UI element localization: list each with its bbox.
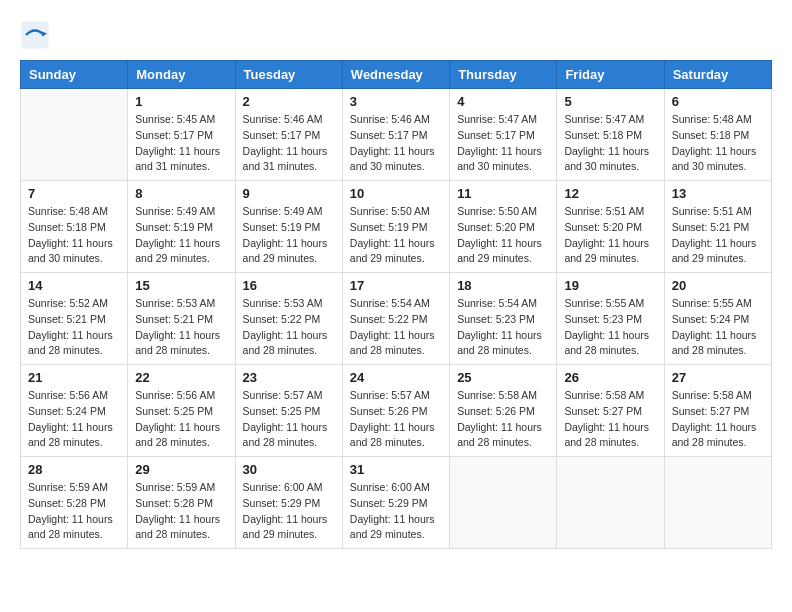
day-info: Sunrise: 5:46 AM Sunset: 5:17 PM Dayligh…: [350, 112, 442, 175]
calendar-cell: 12Sunrise: 5:51 AM Sunset: 5:20 PM Dayli…: [557, 181, 664, 273]
calendar-cell: 27Sunrise: 5:58 AM Sunset: 5:27 PM Dayli…: [664, 365, 771, 457]
calendar-cell: [21, 89, 128, 181]
day-info: Sunrise: 5:51 AM Sunset: 5:21 PM Dayligh…: [672, 204, 764, 267]
calendar-cell: [450, 457, 557, 549]
day-info: Sunrise: 5:49 AM Sunset: 5:19 PM Dayligh…: [243, 204, 335, 267]
col-header-wednesday: Wednesday: [342, 61, 449, 89]
day-number: 26: [564, 370, 656, 385]
col-header-saturday: Saturday: [664, 61, 771, 89]
day-info: Sunrise: 5:55 AM Sunset: 5:23 PM Dayligh…: [564, 296, 656, 359]
col-header-monday: Monday: [128, 61, 235, 89]
day-number: 2: [243, 94, 335, 109]
day-number: 3: [350, 94, 442, 109]
day-number: 12: [564, 186, 656, 201]
day-info: Sunrise: 5:48 AM Sunset: 5:18 PM Dayligh…: [672, 112, 764, 175]
day-info: Sunrise: 5:53 AM Sunset: 5:21 PM Dayligh…: [135, 296, 227, 359]
day-info: Sunrise: 5:53 AM Sunset: 5:22 PM Dayligh…: [243, 296, 335, 359]
week-row-5: 28Sunrise: 5:59 AM Sunset: 5:28 PM Dayli…: [21, 457, 772, 549]
col-header-friday: Friday: [557, 61, 664, 89]
day-info: Sunrise: 6:00 AM Sunset: 5:29 PM Dayligh…: [243, 480, 335, 543]
day-info: Sunrise: 5:54 AM Sunset: 5:22 PM Dayligh…: [350, 296, 442, 359]
day-number: 20: [672, 278, 764, 293]
week-row-2: 7Sunrise: 5:48 AM Sunset: 5:18 PM Daylig…: [21, 181, 772, 273]
day-number: 11: [457, 186, 549, 201]
calendar-cell: 31Sunrise: 6:00 AM Sunset: 5:29 PM Dayli…: [342, 457, 449, 549]
calendar-cell: 8Sunrise: 5:49 AM Sunset: 5:19 PM Daylig…: [128, 181, 235, 273]
calendar-cell: 26Sunrise: 5:58 AM Sunset: 5:27 PM Dayli…: [557, 365, 664, 457]
calendar-cell: 22Sunrise: 5:56 AM Sunset: 5:25 PM Dayli…: [128, 365, 235, 457]
day-number: 24: [350, 370, 442, 385]
col-header-sunday: Sunday: [21, 61, 128, 89]
day-number: 29: [135, 462, 227, 477]
day-number: 21: [28, 370, 120, 385]
page-header: [20, 20, 772, 50]
calendar-cell: 6Sunrise: 5:48 AM Sunset: 5:18 PM Daylig…: [664, 89, 771, 181]
day-info: Sunrise: 5:59 AM Sunset: 5:28 PM Dayligh…: [28, 480, 120, 543]
calendar-cell: 17Sunrise: 5:54 AM Sunset: 5:22 PM Dayli…: [342, 273, 449, 365]
day-number: 31: [350, 462, 442, 477]
calendar-cell: 24Sunrise: 5:57 AM Sunset: 5:26 PM Dayli…: [342, 365, 449, 457]
day-number: 27: [672, 370, 764, 385]
calendar-cell: 13Sunrise: 5:51 AM Sunset: 5:21 PM Dayli…: [664, 181, 771, 273]
day-number: 22: [135, 370, 227, 385]
logo-icon: [20, 20, 50, 50]
day-number: 30: [243, 462, 335, 477]
calendar-cell: 15Sunrise: 5:53 AM Sunset: 5:21 PM Dayli…: [128, 273, 235, 365]
calendar-cell: 28Sunrise: 5:59 AM Sunset: 5:28 PM Dayli…: [21, 457, 128, 549]
day-info: Sunrise: 5:56 AM Sunset: 5:24 PM Dayligh…: [28, 388, 120, 451]
day-info: Sunrise: 6:00 AM Sunset: 5:29 PM Dayligh…: [350, 480, 442, 543]
calendar-cell: 11Sunrise: 5:50 AM Sunset: 5:20 PM Dayli…: [450, 181, 557, 273]
day-number: 7: [28, 186, 120, 201]
day-number: 19: [564, 278, 656, 293]
day-number: 5: [564, 94, 656, 109]
day-number: 1: [135, 94, 227, 109]
header-row: SundayMondayTuesdayWednesdayThursdayFrid…: [21, 61, 772, 89]
calendar-cell: 7Sunrise: 5:48 AM Sunset: 5:18 PM Daylig…: [21, 181, 128, 273]
week-row-1: 1Sunrise: 5:45 AM Sunset: 5:17 PM Daylig…: [21, 89, 772, 181]
day-number: 6: [672, 94, 764, 109]
day-info: Sunrise: 5:49 AM Sunset: 5:19 PM Dayligh…: [135, 204, 227, 267]
calendar-table: SundayMondayTuesdayWednesdayThursdayFrid…: [20, 60, 772, 549]
col-header-tuesday: Tuesday: [235, 61, 342, 89]
day-number: 25: [457, 370, 549, 385]
day-number: 23: [243, 370, 335, 385]
day-number: 13: [672, 186, 764, 201]
day-info: Sunrise: 5:45 AM Sunset: 5:17 PM Dayligh…: [135, 112, 227, 175]
day-info: Sunrise: 5:46 AM Sunset: 5:17 PM Dayligh…: [243, 112, 335, 175]
day-info: Sunrise: 5:56 AM Sunset: 5:25 PM Dayligh…: [135, 388, 227, 451]
calendar-cell: 20Sunrise: 5:55 AM Sunset: 5:24 PM Dayli…: [664, 273, 771, 365]
calendar-cell: 25Sunrise: 5:58 AM Sunset: 5:26 PM Dayli…: [450, 365, 557, 457]
day-info: Sunrise: 5:48 AM Sunset: 5:18 PM Dayligh…: [28, 204, 120, 267]
day-number: 4: [457, 94, 549, 109]
day-info: Sunrise: 5:57 AM Sunset: 5:26 PM Dayligh…: [350, 388, 442, 451]
calendar-cell: [664, 457, 771, 549]
calendar-cell: 18Sunrise: 5:54 AM Sunset: 5:23 PM Dayli…: [450, 273, 557, 365]
day-info: Sunrise: 5:54 AM Sunset: 5:23 PM Dayligh…: [457, 296, 549, 359]
logo: [20, 20, 56, 50]
day-number: 18: [457, 278, 549, 293]
day-info: Sunrise: 5:58 AM Sunset: 5:27 PM Dayligh…: [564, 388, 656, 451]
calendar-cell: 3Sunrise: 5:46 AM Sunset: 5:17 PM Daylig…: [342, 89, 449, 181]
calendar-cell: 19Sunrise: 5:55 AM Sunset: 5:23 PM Dayli…: [557, 273, 664, 365]
day-info: Sunrise: 5:59 AM Sunset: 5:28 PM Dayligh…: [135, 480, 227, 543]
calendar-cell: 23Sunrise: 5:57 AM Sunset: 5:25 PM Dayli…: [235, 365, 342, 457]
day-number: 17: [350, 278, 442, 293]
calendar-cell: 1Sunrise: 5:45 AM Sunset: 5:17 PM Daylig…: [128, 89, 235, 181]
day-info: Sunrise: 5:58 AM Sunset: 5:26 PM Dayligh…: [457, 388, 549, 451]
day-info: Sunrise: 5:47 AM Sunset: 5:18 PM Dayligh…: [564, 112, 656, 175]
day-number: 15: [135, 278, 227, 293]
day-info: Sunrise: 5:50 AM Sunset: 5:19 PM Dayligh…: [350, 204, 442, 267]
calendar-cell: 21Sunrise: 5:56 AM Sunset: 5:24 PM Dayli…: [21, 365, 128, 457]
calendar-cell: 14Sunrise: 5:52 AM Sunset: 5:21 PM Dayli…: [21, 273, 128, 365]
day-info: Sunrise: 5:50 AM Sunset: 5:20 PM Dayligh…: [457, 204, 549, 267]
calendar-cell: 30Sunrise: 6:00 AM Sunset: 5:29 PM Dayli…: [235, 457, 342, 549]
day-info: Sunrise: 5:55 AM Sunset: 5:24 PM Dayligh…: [672, 296, 764, 359]
calendar-cell: 4Sunrise: 5:47 AM Sunset: 5:17 PM Daylig…: [450, 89, 557, 181]
day-number: 16: [243, 278, 335, 293]
day-info: Sunrise: 5:47 AM Sunset: 5:17 PM Dayligh…: [457, 112, 549, 175]
week-row-3: 14Sunrise: 5:52 AM Sunset: 5:21 PM Dayli…: [21, 273, 772, 365]
calendar-cell: 5Sunrise: 5:47 AM Sunset: 5:18 PM Daylig…: [557, 89, 664, 181]
calendar-header: SundayMondayTuesdayWednesdayThursdayFrid…: [21, 61, 772, 89]
day-number: 14: [28, 278, 120, 293]
day-info: Sunrise: 5:51 AM Sunset: 5:20 PM Dayligh…: [564, 204, 656, 267]
